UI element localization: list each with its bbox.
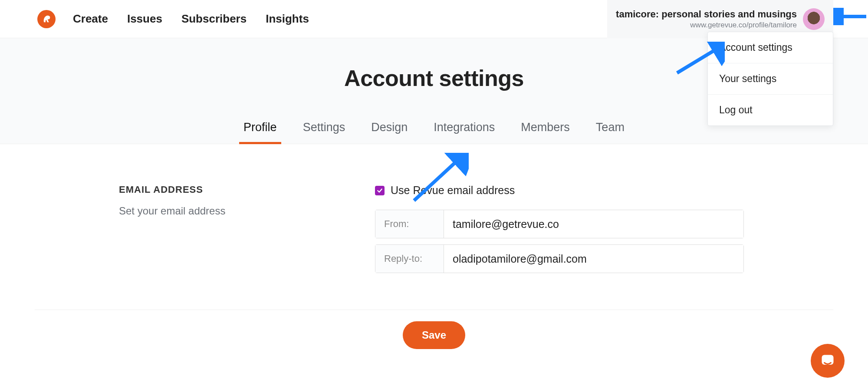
annotation-arrow-integrations [408,153,469,205]
annotation-arrow-menu [673,42,725,76]
replyto-field-row: Reply-to: [375,244,744,273]
replyto-label: Reply-to: [375,245,444,273]
chat-bubble-icon [820,353,835,369]
svg-rect-0 [822,355,834,365]
profile-url: www.getrevue.co/profile/tamilore [616,21,797,30]
intercom-launcher[interactable] [811,344,845,378]
tab-members[interactable]: Members [521,121,570,144]
tab-integrations[interactable]: Integrations [434,121,495,144]
menu-your-settings[interactable]: Your settings [708,63,833,95]
checkmark-icon [377,188,383,194]
profile-menu: Account settings Your settings Log out [707,32,833,126]
email-section-left: EMAIL ADDRESS Set your email address [119,184,375,279]
email-sub: Set your email address [119,205,375,217]
replyto-input[interactable] [444,245,743,273]
svg-line-2 [677,48,719,73]
nav-insights[interactable]: Insights [266,12,309,26]
from-input[interactable] [444,210,743,238]
nav-create[interactable]: Create [73,12,108,26]
revue-logo-icon [41,13,52,25]
from-label: From: [375,210,444,238]
from-field-row: From: [375,210,744,238]
annotation-arrow-avatar [833,8,868,25]
tab-settings[interactable]: Settings [303,121,345,144]
save-button[interactable]: Save [403,321,465,349]
tab-team[interactable]: Team [596,121,625,144]
save-wrap: Save [0,321,868,349]
nav-issues[interactable]: Issues [127,12,162,26]
profile-text: tamicore: personal stories and musings w… [616,9,797,30]
avatar[interactable] [803,8,825,30]
menu-log-out[interactable]: Log out [708,95,833,125]
tab-profile[interactable]: Profile [243,121,277,144]
nav-links: Create Issues Subscribers Insights [73,12,309,26]
revue-logo[interactable] [37,10,56,28]
email-heading: EMAIL ADDRESS [119,184,375,195]
nav-subscribers[interactable]: Subscribers [181,12,247,26]
tab-design[interactable]: Design [371,121,408,144]
svg-line-3 [414,159,459,201]
use-revue-email-checkbox[interactable] [375,186,385,195]
section-divider [35,310,833,310]
profile-title: tamicore: personal stories and musings [616,9,797,20]
menu-account-settings[interactable]: Account settings [708,32,833,63]
